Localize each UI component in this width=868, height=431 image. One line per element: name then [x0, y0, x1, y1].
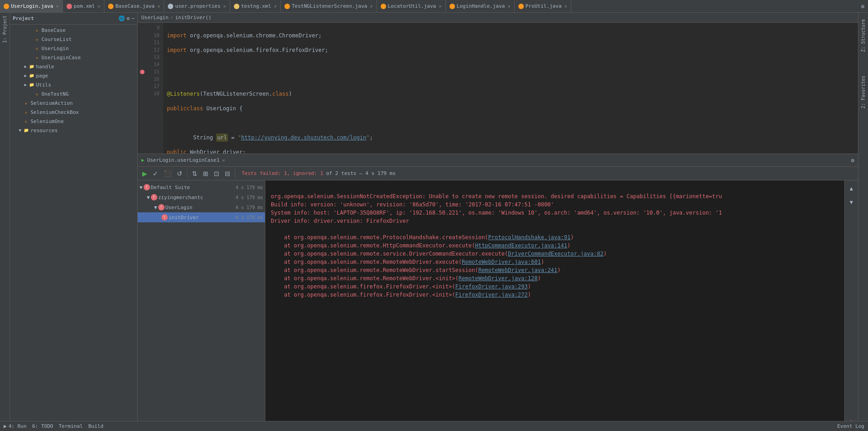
code-content[interactable]: import org.openqa.selenium.chrome.Chrome… [163, 23, 858, 154]
test-item-defaultsuite[interactable]: ▼ ! Default Suite 4 s 179 ms [138, 182, 265, 192]
console-output[interactable]: org.openqa.selenium.SessionNotCreatedExc… [265, 180, 844, 431]
stack-link-3[interactable]: DriverCommandExecutor.java:82 [508, 251, 604, 257]
tab-close[interactable]: ✕ [56, 4, 59, 9]
stack-link-8[interactable]: FirefoxDriver.java:272 [455, 292, 528, 298]
tab-userlogin[interactable]: UserLogin.java ✕ [0, 0, 63, 13]
console-line-8: at org.openqa.selenium.remote.RemoteWebD… [271, 259, 544, 265]
tab-close[interactable]: ✕ [507, 4, 510, 9]
project-panel-label[interactable]: 1: Project [1, 13, 8, 46]
run-stop-button[interactable]: ⬛ [162, 169, 173, 178]
breakpoint-marker[interactable] [140, 70, 145, 74]
run-settings-icon[interactable]: ⚙ [851, 157, 854, 164]
run-header: ▶ UserLogin.userLoginCase1 ✕ ⚙ [138, 154, 858, 167]
stack-link-5[interactable]: RemoteWebDriver.java:241 [478, 267, 557, 273]
code-line-15 [167, 119, 854, 127]
console-line-1: org.openqa.selenium.SessionNotCreatedExc… [271, 193, 722, 200]
event-log[interactable]: Event Log [837, 423, 864, 429]
test-time: 4 s 179 ms [236, 215, 263, 220]
stack-link-1[interactable]: ProtocolHandshake.java:91 [488, 234, 571, 241]
tree-item-basecase[interactable]: ☕ BaseCase [10, 26, 137, 35]
run-toolbar: ▶ ✓ ⬛ ↺ ⇅ ⊞ ⊡ ⊟ Tests failed: 1, ignored… [138, 167, 858, 180]
tree-item-courselist[interactable]: ☕ CourseList [10, 35, 137, 44]
project-sidebar: Project 🌐 ⚙ − ☕ BaseCase ☕ [10, 13, 138, 431]
run-panel: ▶ UserLogin.userLoginCase1 ✕ ⚙ ▶ ✓ ⬛ ↺ ⇅… [138, 154, 858, 431]
java-file-icon: ☕ [34, 36, 40, 42]
scroll-up-button[interactable]: ▲ [846, 183, 857, 194]
run-title: UserLogin.userLoginCase1 [147, 157, 220, 163]
tree-item-utils[interactable]: ▶ 📁 Utils [10, 80, 137, 89]
tab-locator[interactable]: LocatorUtil.java ✕ [377, 0, 446, 13]
tab-basecase[interactable]: BaseCase.java ✕ [104, 0, 164, 13]
tab-userprops[interactable]: user.properties ✕ [164, 0, 230, 13]
tree-item-onetestng[interactable]: ☕ OneTestNG [10, 89, 137, 98]
test-item-ziyingmerchantc[interactable]: ▼ ! ziyingmerchantc 4 s 179 ms [138, 192, 265, 202]
failed-count: Tests failed: 1, ignored: 1 [242, 170, 323, 176]
status-build[interactable]: Build [88, 423, 103, 429]
stack-link-7[interactable]: FirefoxDriver.java:293 [455, 283, 528, 290]
console-line-9: at org.openqa.selenium.remote.RemoteWebD… [271, 267, 561, 273]
sidebar-settings-icon[interactable]: ⚙ [127, 15, 130, 21]
scroll-down-button[interactable]: ▼ [846, 197, 857, 208]
tree-item-resources[interactable]: ▼ 📁 resources [10, 126, 137, 135]
tree-item-userlogin[interactable]: ☕ UserLogin [10, 44, 137, 53]
tree-item-handle[interactable]: ▶ 📁 handle [10, 62, 137, 71]
tab-proUtil[interactable]: ProUtil.java ✕ [515, 0, 572, 13]
tab-close[interactable]: ✕ [157, 4, 160, 9]
tree-item-seleniumone[interactable]: ☕ SeleniumOne [10, 117, 137, 126]
tab-close[interactable]: ✕ [274, 4, 277, 9]
run-play-button[interactable]: ▶ [140, 169, 149, 178]
test-item-userlogin[interactable]: ▼ ! UserLogin 4 s 179 ms [138, 202, 265, 212]
expand-icon: ▼ [147, 195, 150, 200]
run-sort-button[interactable]: ⇅ [190, 169, 199, 178]
code-lines: 9 10 11 12 13 14 15 16 17 18 import org.… [138, 23, 858, 154]
java-file-icon: ☕ [34, 54, 40, 61]
tab-close[interactable]: ✕ [564, 4, 567, 9]
tab-label: BaseCase.java [115, 3, 155, 9]
console-line-5: at org.openqa.selenium.remote.ProtocolHa… [271, 234, 574, 241]
tree-item-seleniumcheckbox[interactable]: ☕ SeleniumCheckBox [10, 108, 137, 117]
tree-item-seleniumaction[interactable]: ☕ SeleniumAction [10, 98, 137, 108]
run-filter-button[interactable]: ⊞ [201, 169, 210, 178]
sidebar-minimize-icon[interactable]: − [131, 15, 134, 21]
test-item-initdriver[interactable]: ! initDriver 4 s 179 ms [138, 212, 265, 222]
sidebar-title: Project [13, 15, 116, 21]
favorites-label[interactable]: 2: Favorites [860, 73, 867, 111]
run-collapse-button[interactable]: ⊟ [223, 169, 232, 178]
run-panel-close[interactable]: ✕ [222, 158, 225, 163]
structure-label[interactable]: Z: Structure [860, 16, 867, 55]
stack-link-2[interactable]: HttpCommandExecutor.java:141 [475, 242, 567, 249]
console-blank [271, 226, 274, 232]
tab-close[interactable]: ✕ [98, 4, 100, 9]
editor-settings-icon[interactable]: ⚙ [861, 3, 864, 10]
tree-item-userlogincase[interactable]: ☕ UserLoginCase [10, 53, 137, 62]
status-todo[interactable]: 6: TODO [32, 423, 53, 429]
tab-close[interactable]: ✕ [223, 4, 226, 9]
breadcrumb: UserLogin › initDriver() [138, 13, 858, 23]
tab-testng[interactable]: testng.xml ✕ [230, 0, 281, 13]
tab-close[interactable]: ✕ [439, 4, 441, 9]
console-line-3: System info: host: 'LAPTOP-35Q8O8RF', ip… [271, 210, 722, 216]
folder-icon: 📁 [28, 72, 35, 79]
run-expand-button[interactable]: ⊡ [212, 169, 221, 178]
tree-item-page[interactable]: ▶ 📁 page [10, 71, 137, 80]
status-terminal[interactable]: Terminal [59, 423, 83, 429]
tab-label: user.properties [175, 3, 220, 9]
line-numbers: 9 10 11 12 13 14 15 16 17 18 [147, 23, 163, 154]
run-rerun-button[interactable]: ↺ [175, 169, 184, 178]
tab-label: ProUtil.java [526, 3, 562, 9]
run-check-button[interactable]: ✓ [151, 169, 160, 178]
tab-listener[interactable]: TestNGListenerScreen.java ✕ [281, 0, 377, 13]
stack-link-6[interactable]: RemoteWebDriver.java:128 [459, 275, 537, 282]
right-tools-panel: ▲ ▼ 🗑 [844, 180, 858, 431]
tab-pom[interactable]: pom.xml ✕ [63, 0, 104, 13]
tab-close[interactable]: ✕ [370, 4, 372, 9]
sidebar-globe-icon[interactable]: 🌐 [119, 15, 125, 21]
code-line-13: @Listeners(TestNGListenerScreen.class) [167, 90, 854, 97]
far-right-panel: Z: Structure 2: Favorites [858, 13, 868, 431]
stack-link-4[interactable]: RemoteWebDriver.java:601 [462, 259, 541, 265]
status-run[interactable]: ▶ 4: Run [4, 423, 26, 429]
tab-label: pom.xml [74, 3, 95, 9]
java-icon [284, 4, 290, 9]
run-status-text: Tests failed: 1, ignored: 1 of 2 tests –… [242, 170, 396, 176]
tab-loginhandle[interactable]: LoginHandle.java ✕ [446, 0, 515, 13]
